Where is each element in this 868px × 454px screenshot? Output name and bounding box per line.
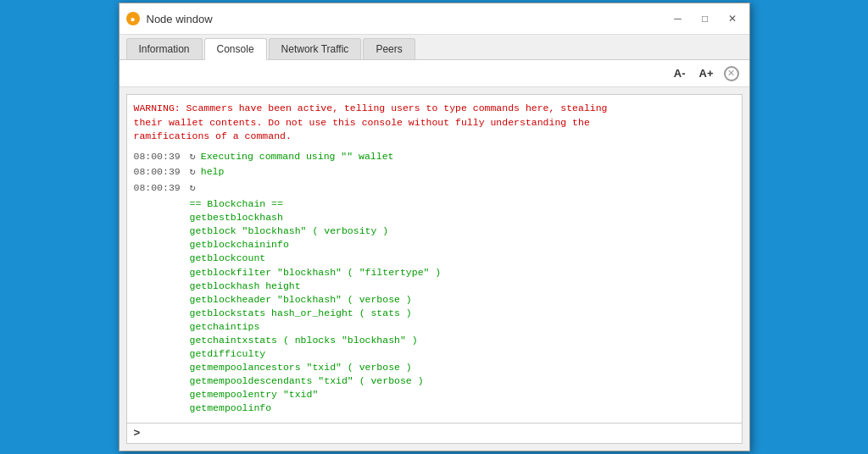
minimize-button[interactable]: ─: [668, 8, 688, 29]
help-line: getmempoolinfo: [190, 401, 728, 415]
help-line: getmempoolancestors "txid" ( verbose ): [190, 361, 728, 374]
log-entry-0: 08:00:39 ↻ Executing command using "" wa…: [134, 150, 728, 164]
help-line: getchaintxstats ( nblocks "blockhash" ): [190, 334, 728, 347]
console-output[interactable]: WARNING: Scammers have been active, tell…: [127, 95, 742, 422]
tab-peers[interactable]: Peers: [363, 38, 415, 59]
log-icon-2: ↻: [190, 181, 196, 196]
help-line: getblockheader "blockhash" ( verbose ): [190, 293, 728, 307]
help-line: getbestblockhash: [190, 211, 728, 224]
help-line: getmempoolentry "txid": [190, 388, 728, 401]
prompt-symbol: >: [134, 427, 141, 440]
console-toolbar: A- A+ ✕: [120, 60, 749, 87]
help-line: getblockstats hash_or_height ( stats ): [190, 307, 728, 320]
title-bar: ● Node window ─ □ ✕: [120, 3, 749, 35]
console-area: WARNING: Scammers have been active, tell…: [126, 94, 743, 443]
close-button[interactable]: ✕: [722, 8, 743, 29]
console-input-bar: >: [127, 423, 742, 443]
log-time-1: 08:00:39: [134, 165, 185, 179]
help-line: getblockchaininfo: [190, 238, 728, 252]
help-line: == Blockchain ==: [190, 197, 728, 211]
console-input[interactable]: [145, 428, 734, 439]
maximize-button[interactable]: □: [695, 8, 715, 29]
log-icon-1: ↻: [190, 165, 196, 180]
log-entry-1: 08:00:39 ↻ help: [134, 165, 728, 180]
log-icon-0: ↻: [190, 150, 196, 164]
node-window: ● Node window ─ □ ✕ Information Console …: [119, 3, 750, 451]
help-line: getmempooldescendants "txid" ( verbose ): [190, 374, 728, 388]
tab-information[interactable]: Information: [126, 38, 203, 59]
help-line: getchaintips: [190, 320, 728, 334]
log-time-0: 08:00:39: [134, 150, 185, 163]
clear-console-button[interactable]: ✕: [724, 66, 739, 81]
help-line: getdifficulty: [190, 347, 728, 361]
tab-bar: Information Console Network Traffic Peer…: [120, 35, 749, 60]
font-decrease-button[interactable]: A-: [670, 65, 689, 81]
window-controls: ─ □ ✕: [668, 8, 743, 29]
log-text-1: help: [201, 165, 225, 179]
help-line: getblockfilter "blockhash" ( "filtertype…: [190, 266, 728, 280]
help-line: getblockcount: [190, 252, 728, 265]
log-entry-2: 08:00:39 ↻: [134, 181, 728, 196]
log-text-0: Executing command using "" wallet: [201, 150, 394, 163]
tab-network-traffic[interactable]: Network Traffic: [269, 38, 362, 59]
help-line: getblock "blockhash" ( verbosity ): [190, 224, 728, 238]
help-line: getblockhash height: [190, 280, 728, 293]
log-time-2: 08:00:39: [134, 181, 185, 195]
font-increase-button[interactable]: A+: [696, 65, 717, 81]
warning-message: WARNING: Scammers have been active, tell…: [134, 102, 728, 142]
app-icon: ●: [126, 12, 140, 25]
tab-console[interactable]: Console: [204, 38, 267, 60]
help-output: == Blockchain ==getbestblockhashgetblock…: [190, 197, 728, 416]
window-title: Node window: [147, 13, 661, 25]
